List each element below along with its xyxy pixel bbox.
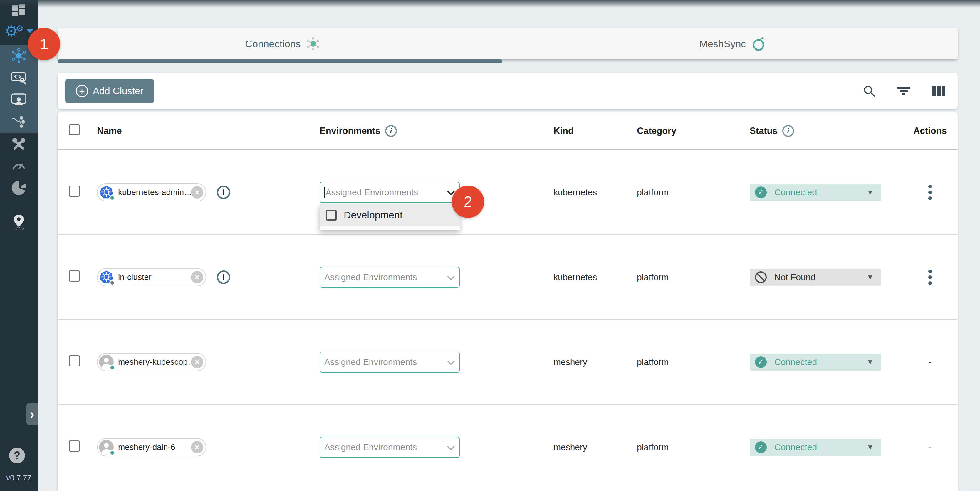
category-cell: platform: [637, 188, 668, 197]
connection-chip[interactable]: meshery-kubescop… ×: [97, 353, 206, 371]
environments-select[interactable]: Assigned Environments: [320, 351, 460, 373]
tab-meshsync-label: MeshSync: [700, 38, 746, 49]
sidebar-item-extensions[interactable]: [0, 177, 38, 199]
status-badge[interactable]: ✓ Connected ▼: [750, 184, 881, 201]
chevron-down-icon: [447, 443, 455, 450]
chevron-down-icon: [447, 273, 455, 280]
remove-connection-icon[interactable]: ×: [191, 271, 203, 283]
columns-icon[interactable]: [932, 85, 946, 97]
chevron-down-icon: [447, 358, 455, 365]
help-button[interactable]: ?: [9, 448, 25, 463]
connection-name: meshery-kubescop…: [118, 358, 191, 367]
wrench-icon: [11, 137, 26, 152]
search-icon[interactable]: [862, 84, 876, 98]
status-info-icon[interactable]: i: [782, 125, 794, 137]
top-shadow: [0, 0, 980, 8]
connection-info-icon[interactable]: i: [217, 186, 230, 199]
status-badge[interactable]: Not Found ▼: [750, 269, 881, 286]
connection-status-dot: [109, 280, 115, 286]
connection-name: kubernetes-admin…: [118, 188, 191, 197]
environments-placeholder: Assigned Environments: [324, 272, 441, 282]
environments-select[interactable]: Assigned Environments: [320, 182, 460, 203]
row-actions-menu[interactable]: [926, 182, 934, 202]
tab-meshsync[interactable]: MeshSync: [508, 28, 958, 59]
sidebar-expand-button[interactable]: ›: [26, 403, 38, 425]
environment-option-development[interactable]: Development: [320, 204, 460, 226]
sidebar-divider: [0, 205, 38, 206]
environments-select[interactable]: Assigned Environments: [320, 437, 460, 458]
environments-select[interactable]: Assigned Environments: [320, 267, 460, 288]
header-name: Name: [97, 126, 122, 136]
status-badge[interactable]: ✓ Connected ▼: [750, 439, 881, 456]
text-cursor: [324, 187, 325, 198]
plus-icon: +: [76, 85, 88, 97]
expand-chevron-icon: ›: [30, 407, 34, 421]
active-tab-indicator[interactable]: [58, 59, 502, 63]
connected-check-icon: ✓: [755, 186, 767, 198]
sidebar-item-performance[interactable]: [0, 156, 38, 175]
row-checkbox[interactable]: [69, 440, 80, 452]
sidebar-lifecycle-group: [0, 44, 38, 133]
sidebar-item-toolbox[interactable]: [0, 135, 38, 154]
status-caret-icon: ▼: [867, 443, 873, 451]
filter-icon[interactable]: [897, 86, 911, 96]
connection-name: meshery-dain-6: [118, 443, 191, 452]
remove-connection-icon[interactable]: ×: [191, 441, 203, 453]
not-found-ban-icon: [755, 271, 767, 283]
row-actions-menu[interactable]: [926, 267, 934, 287]
toolbar-icons: [862, 84, 946, 98]
category-cell: platform: [637, 272, 668, 282]
add-cluster-button[interactable]: + Add Cluster: [65, 79, 154, 103]
status-caret-icon: ▼: [867, 273, 873, 281]
status-caret-icon: ▼: [867, 358, 873, 366]
option-label: Development: [344, 210, 402, 221]
remove-connection-icon[interactable]: ×: [191, 186, 203, 199]
option-checkbox[interactable]: [326, 210, 337, 221]
sidebar-item-remote-sessions[interactable]: [0, 89, 38, 111]
annotation-step-1: 1: [28, 28, 60, 60]
sidebar-item-registry[interactable]: [0, 210, 38, 234]
lifecycle-gears-icon: ⚙⚙: [5, 24, 24, 39]
category-cell: platform: [637, 357, 668, 367]
row-checkbox[interactable]: [69, 186, 80, 197]
connection-chip[interactable]: in-cluster ×: [97, 268, 206, 286]
header-actions: Actions: [913, 126, 947, 136]
connection-chip[interactable]: kubernetes-admin… ×: [97, 183, 206, 202]
tab-connections-label: Connections: [245, 38, 301, 49]
remove-connection-icon[interactable]: ×: [191, 356, 203, 368]
connection-chip[interactable]: meshery-dain-6 ×: [97, 438, 206, 456]
dashboard-icon: [12, 3, 26, 17]
annotation-step-2: 2: [452, 186, 484, 218]
connection-info-icon[interactable]: i: [217, 270, 230, 284]
sidebar-item-dashboard[interactable]: [0, 2, 38, 19]
tab-connections[interactable]: Connections: [57, 28, 508, 59]
kind-cell: meshery: [554, 357, 587, 367]
connection-status-dot: [109, 365, 115, 370]
header-status: Status: [750, 126, 778, 136]
tabbar: Connections MeshSync: [57, 28, 958, 59]
row-checkbox[interactable]: [69, 270, 80, 281]
table-row: meshery-kubescop… × Assigned Environment…: [57, 320, 958, 405]
screen-user-icon: [11, 93, 27, 106]
table-row: in-cluster × i Assigned Environments kub…: [57, 235, 958, 320]
sidebar-item-pipelines[interactable]: [0, 111, 38, 133]
header-kind: Kind: [554, 126, 574, 136]
adapters-icon: [11, 71, 27, 85]
table-row: kubernetes-admin… × i Assigned Environme…: [57, 150, 958, 235]
connected-check-icon: ✓: [755, 356, 767, 368]
environments-placeholder: Assigned Environments: [324, 357, 441, 367]
add-cluster-label: Add Cluster: [93, 86, 143, 97]
status-badge[interactable]: ✓ Connected ▼: [750, 354, 881, 370]
status-label: Connected: [774, 357, 867, 367]
actions-empty: -: [929, 442, 932, 452]
sidebar-item-adapters[interactable]: [0, 67, 38, 89]
environments-placeholder: Assigned Environments: [326, 188, 441, 197]
environments-info-icon[interactable]: i: [385, 125, 397, 137]
row-checkbox[interactable]: [69, 355, 80, 367]
select-all-checkbox[interactable]: [69, 124, 80, 135]
extensions-pie-icon: [11, 181, 26, 195]
status-label: Connected: [774, 442, 867, 452]
user-avatar-icon: [99, 354, 114, 370]
status-caret-icon: ▼: [867, 188, 873, 197]
connected-check-icon: ✓: [755, 442, 767, 453]
